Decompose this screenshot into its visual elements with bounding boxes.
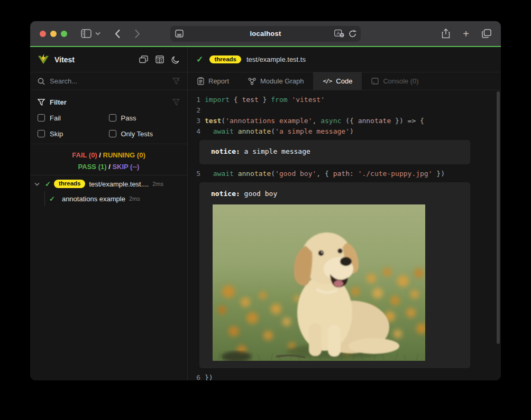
code-line: 2 (188, 105, 501, 116)
collapse-windows-icon[interactable] (139, 55, 148, 64)
file-path: test/example.test.ts (246, 55, 306, 63)
line-number: 1 (190, 95, 200, 105)
code-line: 3test('annotations example', async ({ an… (188, 116, 501, 126)
vitest-logo-icon (38, 54, 49, 65)
line-number: 2 (190, 105, 200, 116)
svg-text:A: A (336, 31, 340, 36)
minimize-window-button[interactable] (50, 31, 57, 37)
code-line: 6}) (188, 372, 501, 380)
code-icon: </> (323, 78, 332, 85)
back-button[interactable] (115, 29, 121, 39)
filter-option-label: Skip (50, 130, 63, 138)
report-icon (197, 77, 204, 85)
annotation-label: notice: (211, 147, 240, 155)
annotation-message: a simple message (240, 147, 310, 155)
page-settings-icon[interactable] (175, 30, 184, 38)
clear-search-filter-icon[interactable] (172, 78, 180, 85)
reload-icon[interactable] (349, 30, 356, 38)
checkbox-icon[interactable] (109, 114, 116, 122)
tab-console[interactable]: Console (0) (362, 72, 428, 90)
tab-label: Code (336, 77, 352, 85)
test-status-summary: FAIL (0) / RUNNING (0) PASS (1) / SKIP (… (30, 144, 187, 175)
file-header: ✓ threads test/example.test.ts (188, 47, 501, 72)
pass-check-icon: ✓ (45, 180, 51, 188)
svg-text:文: 文 (340, 33, 344, 37)
annotation-label: notice: (211, 190, 240, 198)
puppy-photo (213, 204, 425, 361)
clear-filters-icon[interactable] (172, 99, 180, 106)
tab-overview-icon[interactable] (482, 29, 491, 38)
console-icon (371, 78, 379, 85)
checkbox-icon[interactable] (109, 130, 116, 137)
filter-option-label: Only Tests (121, 130, 153, 138)
address-bar[interactable]: localhost A文 (170, 26, 361, 42)
toolbar-divider (105, 29, 105, 39)
tab-label: Report (208, 77, 229, 85)
code-editor[interactable]: 1import { test } from 'vitest' 2 3test('… (188, 90, 501, 380)
filter-checkbox-fail[interactable]: Fail (38, 112, 109, 124)
annotation-notice: notice: a simple message (199, 140, 470, 164)
translate-icon[interactable]: A文 (334, 30, 344, 38)
test-duration: 2ms (152, 181, 163, 187)
sidebar-chevron-down-icon[interactable] (95, 32, 100, 35)
skip-count: SKIP (--) (112, 163, 139, 171)
running-count: RUNNING (0) (103, 151, 145, 159)
fail-count: FAIL (0) (72, 151, 97, 159)
code-line: 4 await annotate('a simple message') (188, 126, 501, 137)
window-controls (40, 31, 67, 37)
tab-label: Module Graph (260, 77, 304, 85)
filter-section: Filter Fail Pass Skip Only Tests (30, 90, 187, 144)
line-number: 5 (190, 169, 200, 179)
filter-checkbox-only-tests[interactable]: Only Tests (109, 128, 180, 139)
filter-checkbox-pass[interactable]: Pass (109, 112, 180, 124)
line-number: 4 (190, 126, 200, 137)
pass-check-icon: ✓ (49, 195, 55, 203)
main-panel: ✓ threads test/example.test.ts Report Mo… (188, 47, 501, 380)
zoom-window-button[interactable] (61, 31, 67, 37)
code-line: 5 await annotate('good boy', { path: './… (188, 169, 501, 179)
filter-option-label: Fail (50, 114, 61, 122)
filter-option-label: Pass (121, 114, 136, 122)
share-icon[interactable] (442, 29, 450, 39)
pass-check-icon: ✓ (196, 54, 203, 64)
filter-checkbox-skip[interactable]: Skip (38, 128, 109, 139)
new-tab-button[interactable]: + (463, 29, 469, 39)
search-icon (38, 78, 45, 85)
checkbox-icon[interactable] (38, 114, 45, 122)
annotation-notice-with-image: notice: good boy (199, 182, 470, 368)
filter-label: Filter (50, 98, 67, 106)
tab-label: Console (0) (383, 77, 418, 85)
test-file-row[interactable]: ✓ threads test/example.test.... 2ms (30, 176, 187, 191)
chevron-down-icon[interactable] (34, 182, 42, 186)
sidebar: Vitest (30, 47, 188, 380)
tab-code[interactable]: </> Code (313, 72, 362, 90)
sidebar-toggle-icon[interactable] (81, 29, 91, 38)
filter-icon (38, 99, 45, 106)
test-tree: ✓ threads test/example.test.... 2ms ✓ an… (30, 175, 187, 206)
app-title: Vitest (54, 55, 75, 64)
search-input[interactable] (50, 77, 172, 85)
line-number: 3 (190, 116, 200, 126)
pass-count: PASS (1) (78, 163, 107, 171)
close-window-button[interactable] (40, 31, 46, 37)
tab-module-graph[interactable]: Module Graph (239, 72, 313, 90)
dashboard-icon[interactable] (155, 55, 164, 64)
test-case-name: annotations example (62, 195, 125, 203)
module-graph-icon (248, 78, 256, 85)
tab-report[interactable]: Report (188, 72, 239, 90)
url-host[interactable]: localhost (170, 30, 361, 38)
dark-mode-toggle-icon[interactable] (171, 55, 180, 64)
tree-guide-line (44, 191, 45, 206)
test-case-row[interactable]: ✓ annotations example 2ms (30, 191, 187, 206)
forward-button[interactable] (134, 29, 140, 39)
tab-bar: Report Module Graph </> Code Console (188, 72, 501, 90)
editor-scrollbar[interactable] (497, 91, 500, 344)
browser-toolbar: localhost A文 + (30, 21, 501, 46)
test-file-name: test/example.test.... (89, 180, 149, 188)
browser-window: localhost A文 + (30, 21, 501, 380)
pool-badge: threads (209, 55, 241, 64)
pool-badge: threads (54, 180, 86, 188)
checkbox-icon[interactable] (38, 130, 45, 137)
test-duration: 2ms (129, 195, 140, 202)
line-number: 6 (190, 372, 200, 380)
